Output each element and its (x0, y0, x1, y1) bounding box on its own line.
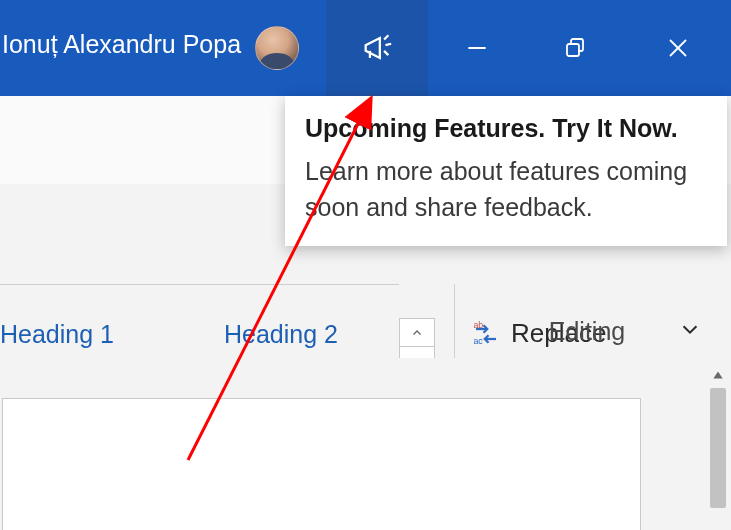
upcoming-features-tooltip: Upcoming Features. Try It Now. Learn mor… (285, 96, 727, 246)
chevron-down-icon (679, 318, 701, 340)
scroll-thumb[interactable] (710, 388, 726, 508)
tooltip-title: Upcoming Features. Try It Now. (305, 114, 707, 143)
svg-rect-1 (567, 44, 579, 56)
editing-group: ab ac Replace Select Editing (454, 284, 719, 358)
gallery-scroll-up-button[interactable] (400, 319, 434, 347)
window-close-button[interactable] (624, 0, 731, 96)
megaphone-icon (360, 31, 394, 65)
vertical-scrollbar[interactable] (707, 364, 729, 530)
tooltip-body: Learn more about features coming soon an… (305, 153, 707, 226)
window-restore-button[interactable] (526, 0, 624, 96)
svg-marker-8 (713, 372, 722, 379)
editing-group-expand[interactable] (679, 318, 701, 344)
titlebar: Ionuț Alexandru Popa (0, 0, 731, 96)
close-icon (666, 36, 690, 60)
styles-gallery: Heading 1 Heading 2 (0, 320, 338, 349)
document-area (0, 358, 731, 530)
user-name-label: Ionuț Alexandru Popa (2, 30, 241, 59)
document-page[interactable] (2, 398, 641, 530)
divider (0, 284, 399, 285)
minimize-icon (464, 35, 490, 61)
window-minimize-button[interactable] (428, 0, 526, 96)
scroll-up-button[interactable] (707, 364, 729, 386)
style-heading-2[interactable]: Heading 2 (224, 320, 338, 349)
restore-icon (563, 36, 587, 60)
upcoming-features-button[interactable] (326, 0, 428, 96)
style-heading-1[interactable]: Heading 1 (0, 320, 114, 349)
chevron-up-icon (411, 327, 423, 339)
triangle-up-icon (711, 368, 725, 382)
user-avatar[interactable] (255, 26, 299, 70)
